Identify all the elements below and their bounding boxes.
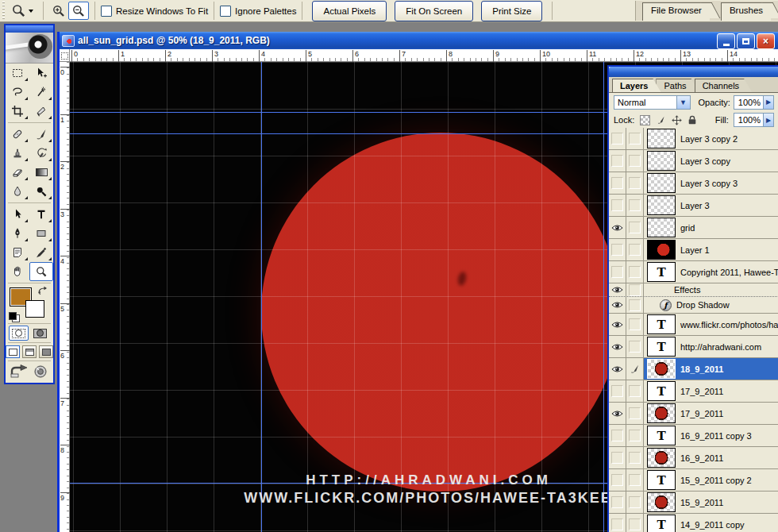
magic-wand-tool[interactable]: [29, 83, 53, 102]
zoom-tool[interactable]: [29, 262, 53, 281]
layer-link-cell[interactable]: [626, 314, 644, 335]
horizontal-ruler[interactable]: 01234567891011121314: [70, 49, 778, 62]
layer-thumbnail[interactable]: [647, 314, 676, 334]
actual-pixels-button[interactable]: Actual Pixels: [312, 1, 387, 21]
layer-entry[interactable]: ƒ 16_9_2011 copy 3: [644, 425, 778, 446]
layer-visibility-toggle[interactable]: [609, 150, 626, 172]
layer-link-cell[interactable]: [626, 283, 644, 296]
layer-entry[interactable]: ƒ http://ahradwani.com: [644, 336, 778, 357]
palette-tab[interactable]: Layers: [612, 79, 661, 92]
layer-visibility-toggle[interactable]: [609, 469, 626, 491]
layer-entry[interactable]: ƒ Layer 3 copy 3: [644, 172, 778, 194]
maximize-button[interactable]: [737, 33, 755, 49]
layer-visibility-toggle[interactable]: [609, 261, 626, 283]
imageready-logo-icon[interactable]: [33, 364, 48, 379]
layer-thumbnail[interactable]: [647, 218, 676, 237]
palette-tab[interactable]: Paths: [656, 79, 699, 92]
layer-row[interactable]: ƒ Layer 3 copy 2: [609, 128, 778, 150]
photoshop-logo-art[interactable]: [6, 33, 53, 64]
layer-visibility-toggle[interactable]: [609, 172, 626, 194]
layer-entry[interactable]: ƒ Layer 1: [644, 239, 778, 260]
layer-row[interactable]: ƒ http://ahradwani.com: [609, 336, 778, 358]
vertical-ruler[interactable]: 0123456789: [60, 62, 70, 532]
close-button[interactable]: ×: [757, 33, 775, 49]
crop-tool[interactable]: [6, 102, 29, 121]
default-colors-button[interactable]: [9, 310, 20, 320]
eyedropper-tool[interactable]: [29, 243, 53, 262]
clone-stamp-tool[interactable]: [6, 144, 29, 163]
layer-thumbnail[interactable]: [647, 426, 676, 445]
fill-field[interactable]: 100% ▶: [734, 113, 774, 127]
layer-link-cell[interactable]: [626, 380, 644, 402]
fullscreen-button[interactable]: [39, 345, 53, 358]
layer-entry[interactable]: ƒ 15_9_2011 copy 2: [644, 469, 778, 491]
history-brush-tool[interactable]: [29, 144, 53, 163]
layer-visibility-toggle[interactable]: [609, 239, 626, 260]
layer-row[interactable]: ƒ 16_9_2011 copy 3: [609, 425, 778, 447]
document-titlebar[interactable]: all_sun_grid.psd @ 50% (18_9_2011, RGB) …: [60, 32, 778, 49]
toolbox-titlebar[interactable]: [6, 25, 53, 33]
layer-row[interactable]: ƒ 14_9_2011 copy: [609, 514, 778, 532]
blend-mode-select[interactable]: Normal ▼: [614, 95, 691, 110]
healing-brush-tool[interactable]: [6, 125, 29, 144]
opacity-field[interactable]: 100% ▶: [734, 95, 774, 110]
layer-thumbnail[interactable]: [647, 173, 676, 193]
fit-on-screen-button[interactable]: Fit On Screen: [395, 1, 473, 21]
layer-entry[interactable]: ƒ www.flickr.com/photos/hawe: [644, 314, 778, 335]
layers-palette-titlebar[interactable]: [609, 67, 778, 77]
layer-thumbnail[interactable]: [647, 470, 676, 490]
layer-link-cell[interactable]: [626, 403, 644, 424]
layer-thumbnail[interactable]: [647, 337, 676, 357]
layer-thumbnail[interactable]: [647, 195, 676, 215]
layer-link-cell[interactable]: [626, 297, 644, 313]
layer-thumbnail[interactable]: [647, 492, 676, 512]
layer-entry[interactable]: ƒ 17_9_2011: [644, 380, 778, 402]
layer-row[interactable]: ƒ Layer 3 copy 3: [609, 172, 778, 195]
layer-row[interactable]: ƒ 18_9_2011: [609, 358, 778, 380]
layer-visibility-toggle[interactable]: [609, 425, 626, 446]
layer-row[interactable]: ƒ www.flickr.com/photos/hawe: [609, 314, 778, 336]
ruler-corner[interactable]: [60, 49, 70, 62]
layer-thumbnail[interactable]: [647, 359, 676, 379]
resize-windows-checkbox[interactable]: [101, 6, 112, 17]
jump-to-imageready-icon[interactable]: [10, 364, 29, 379]
layer-visibility-toggle[interactable]: [609, 514, 626, 532]
layer-thumbnail[interactable]: [647, 240, 676, 260]
path-selection-tool[interactable]: [6, 205, 29, 224]
current-tool-button[interactable]: [7, 2, 37, 20]
type-tool[interactable]: [29, 205, 53, 224]
pen-tool[interactable]: [6, 224, 29, 243]
layer-visibility-toggle[interactable]: [609, 358, 626, 380]
notes-tool[interactable]: [6, 243, 29, 262]
slice-tool[interactable]: [29, 102, 53, 121]
layer-link-cell[interactable]: [626, 336, 644, 357]
opacity-arrow-icon[interactable]: ▶: [763, 96, 773, 109]
layer-link-cell[interactable]: [626, 469, 644, 491]
layer-link-cell[interactable]: [626, 239, 644, 260]
layer-entry[interactable]: ƒ Copyright 2011, Hawee-Ta3ke: [644, 261, 778, 283]
layer-thumbnail[interactable]: [647, 151, 676, 171]
palette-tab[interactable]: Channels: [695, 79, 752, 92]
layer-thumbnail[interactable]: [647, 381, 676, 401]
layer-link-cell[interactable]: [626, 492, 644, 513]
layer-link-cell[interactable]: [626, 514, 644, 532]
standard-screen-button[interactable]: [6, 345, 20, 358]
layer-row[interactable]: ƒ Effects: [609, 283, 778, 297]
fill-arrow-icon[interactable]: ▶: [763, 114, 773, 126]
fullscreen-menubar-button[interactable]: [22, 345, 37, 358]
layer-row[interactable]: ƒ Layer 3 copy: [609, 150, 778, 172]
layer-row[interactable]: ƒ Layer 1: [609, 239, 778, 261]
layer-link-cell[interactable]: [626, 195, 644, 216]
layer-visibility-toggle[interactable]: [609, 283, 626, 296]
layer-entry[interactable]: ƒ Effects: [644, 283, 778, 296]
lock-transparency-icon[interactable]: [639, 114, 650, 125]
ignore-palettes-checkbox[interactable]: [220, 6, 231, 17]
move-tool[interactable]: [29, 64, 53, 83]
palette-well-tab[interactable]: Brushes: [721, 2, 771, 21]
lock-image-icon[interactable]: [655, 114, 666, 125]
layer-visibility-toggle[interactable]: [609, 314, 626, 335]
layer-thumbnail[interactable]: [647, 262, 676, 282]
layer-link-cell[interactable]: [626, 172, 644, 194]
layer-link-cell[interactable]: [626, 261, 644, 283]
layer-entry[interactable]: ƒ Layer 3 copy 2: [644, 128, 778, 149]
